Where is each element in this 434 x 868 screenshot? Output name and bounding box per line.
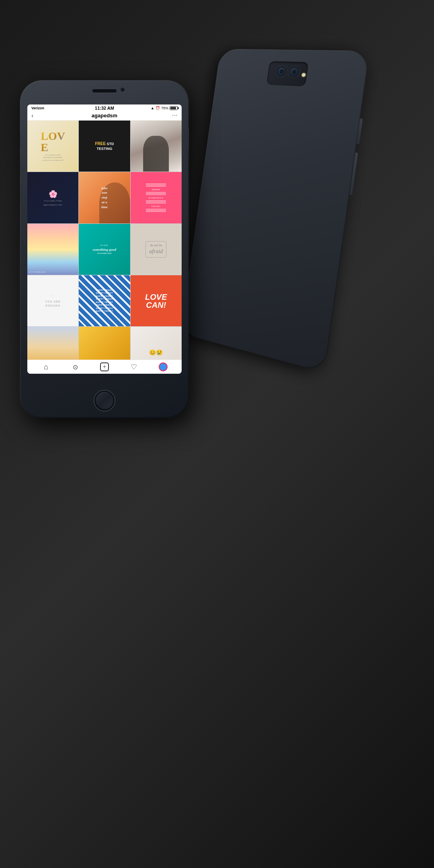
earpiece	[92, 89, 117, 92]
step-text: takeonestepat atime	[101, 186, 108, 209]
back-camera-2	[288, 66, 300, 77]
nav-profile-button[interactable]	[159, 362, 168, 371]
grid-item-teal[interactable]: FIND something good IN EVERY DAY	[79, 224, 130, 275]
location-icon: ▲	[151, 106, 154, 110]
home-button[interactable]	[94, 391, 115, 411]
side-button-vol-down[interactable]	[20, 180, 20, 202]
alarm-icon: ⏰	[156, 106, 160, 110]
grid-item-happy-friday[interactable]: HAPPY FRIDAYHAPPY FRIDAYHAPPY FRIDAYHAPP…	[79, 275, 130, 326]
sky-caption: we do it by lifting prayer...	[29, 271, 47, 273]
grid-item-smiley[interactable]: 😊😢	[131, 327, 182, 360]
grid-item-pink[interactable]: agape pregnancy center	[131, 172, 182, 223]
status-icons: ▲ ⏰ 75%	[151, 106, 178, 110]
grid-item-step[interactable]: takeonestepat atime	[79, 172, 130, 223]
pink-lines-3	[146, 200, 166, 204]
back-flash	[301, 72, 307, 78]
back-camera-1	[276, 66, 287, 77]
phone-screen: Verizon 11:32 AM ▲ ⏰ 75% ‹	[27, 104, 182, 374]
grid-item-you-are[interactable]: ♡ YOU AREENOUGH	[27, 275, 78, 326]
afraid-text: do not be afraid	[145, 241, 166, 257]
grid-item-flowers[interactable]: 🌸 we are a place of hopeagape pregnancy …	[27, 172, 78, 223]
nav-heart-button[interactable]	[129, 362, 138, 371]
nav-search-button[interactable]	[71, 362, 80, 371]
battery-level: 75%	[161, 106, 168, 110]
heart-icon: ♡	[51, 294, 55, 299]
grid-item-sunset[interactable]	[27, 327, 78, 360]
pink-label-2: pregnancy	[149, 197, 164, 199]
battery-icon	[170, 106, 178, 110]
photo-grid[interactable]: LOVE Love means to lovethat which is unl…	[27, 121, 182, 360]
flowers-emoji: 🌸	[49, 190, 57, 199]
front-camera	[121, 88, 125, 92]
side-button-mute[interactable]	[20, 133, 20, 147]
carrier-signal: Verizon	[31, 106, 44, 110]
more-options-button[interactable]: ···	[172, 113, 178, 119]
love-can-text: LOVECAN!	[145, 293, 167, 309]
love-subtext: Love means to lovethat which is unlovabl…	[41, 154, 65, 162]
phone-back	[180, 49, 370, 373]
username-label: agapedsm	[92, 113, 117, 119]
top-bar: ‹ agapedsm ···	[27, 111, 182, 121]
happy-friday-text: HAPPY FRIDAYHAPPY FRIDAYHAPPY FRIDAYHAPP…	[96, 289, 113, 313]
scene: Verizon 11:32 AM ▲ ⏰ 75% ‹	[0, 0, 434, 868]
side-button-vol-back	[350, 152, 358, 195]
grid-item-love-can[interactable]: LOVECAN!	[131, 275, 182, 326]
back-button[interactable]: ‹	[31, 112, 33, 119]
grid-item-yellow[interactable]	[79, 327, 130, 360]
pink-lines-2	[146, 191, 166, 196]
nav-home-button[interactable]	[41, 362, 50, 371]
pink-lines-4	[146, 208, 166, 213]
grid-item-sky[interactable]: we do it by lifting prayer...	[27, 224, 78, 275]
side-button-vol-up[interactable]	[20, 153, 20, 175]
bottom-nav	[27, 360, 182, 374]
you-are-enough-text: YOU AREENOUGH	[45, 300, 61, 308]
love-text: LOVE	[41, 131, 65, 153]
status-bar: Verizon 11:32 AM ▲ ⏰ 75%	[27, 104, 182, 111]
smiley-emoji: 😊😢	[149, 349, 163, 356]
side-button-power-back	[356, 119, 362, 144]
pink-lines	[146, 183, 166, 187]
grid-item-std[interactable]: FREE STDTESTING	[79, 121, 130, 172]
pink-label: agape	[151, 188, 160, 190]
phone-front: Verizon 11:32 AM ▲ ⏰ 75% ‹	[20, 80, 189, 418]
grid-item-bw-photo[interactable]	[131, 121, 182, 172]
grid-item-afraid[interactable]: do not be afraid	[131, 224, 182, 275]
flowers-label: we are a place of hopeagape pregnancy ce…	[43, 200, 62, 206]
pink-label-3: center	[151, 205, 161, 207]
grid-container: LOVE Love means to lovethat which is unl…	[27, 121, 182, 360]
something-good-text: FIND something good IN EVERY DAY	[93, 244, 117, 255]
grid-item-love[interactable]: LOVE Love means to lovethat which is unl…	[27, 121, 78, 172]
std-text: FREE STDTESTING	[95, 141, 114, 151]
side-button-power[interactable]	[188, 129, 189, 151]
phone-body: Verizon 11:32 AM ▲ ⏰ 75% ‹	[20, 80, 189, 418]
status-time: 11:32 AM	[95, 106, 114, 111]
nav-add-button[interactable]	[100, 362, 109, 371]
